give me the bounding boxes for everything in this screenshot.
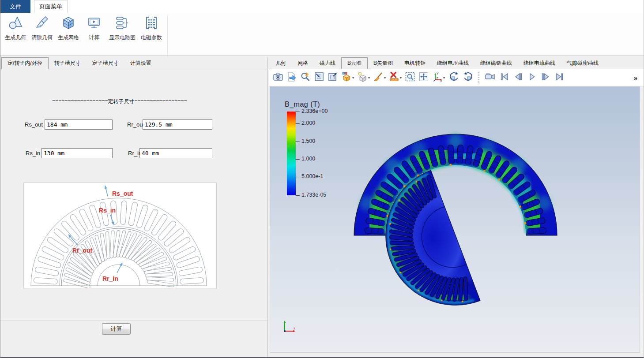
toolbar-button-axes-orientation[interactable]: YZX▾ [431, 71, 446, 85]
view-cube-icon [341, 71, 352, 84]
broom-icon [373, 71, 384, 84]
svg-text:X: X [440, 79, 442, 82]
generate-geometry-icon [8, 15, 23, 32]
panel-separator [0, 320, 267, 321]
ribbon: 生成几何 清除几何 生成网格 计算 显示电路图 电磁参数 [0, 13, 644, 56]
left-panel-tab[interactable]: 定/转子内/外径 [1, 57, 49, 69]
ribbon-button-em-parameters[interactable]: 电磁参数 [138, 14, 165, 42]
result-view-tab[interactable]: B矢量图 [368, 57, 399, 69]
result-view-tab[interactable]: 磁力线 [314, 57, 341, 69]
diagram-label-rs-out: Rs_out [112, 190, 133, 197]
left-panel-tab[interactable]: 计算设置 [124, 57, 157, 69]
ribbon-button-label: 电磁参数 [141, 34, 162, 41]
tab-page-menu[interactable]: 页面菜单 [34, 0, 68, 13]
toolbar-button-zoom-in-box[interactable] [313, 71, 326, 85]
ribbon-button-label: 生成网格 [58, 34, 79, 41]
result-view-tab[interactable]: 绕组电流曲线 [518, 57, 561, 69]
result-view-tab[interactable]: 几何 [270, 57, 292, 69]
field-label-rs_in: Rs_in [26, 150, 40, 157]
toolbar-more-chevron[interactable]: » [634, 74, 637, 82]
toolbar-button-next-frame[interactable] [539, 71, 552, 85]
toolbar-separator [478, 72, 481, 83]
toolbar-button-broom[interactable]: ▾ [372, 71, 387, 85]
left-panel-tab[interactable]: 转子槽尺寸 [49, 57, 87, 69]
ribbon-button-clear-geometry[interactable]: 清除几何 [29, 14, 55, 42]
toolbar-button-pan[interactable] [417, 71, 430, 85]
field-label-rs_out: Rs_out [25, 121, 43, 128]
3d-viewport[interactable]: B_mag (T) 2.336e+002.0001.5001.0005.000e… [270, 86, 640, 353]
toolbar-button-rotate-cw[interactable] [461, 71, 475, 85]
zoom-in-box-icon [314, 71, 324, 84]
toolbar-button-export-image[interactable] [285, 71, 298, 85]
result-view-tab[interactable]: 绕组磁链曲线 [475, 57, 518, 69]
calculate-button[interactable]: 计算 [102, 323, 131, 335]
ribbon-button-label: 计算 [89, 34, 99, 41]
axes-orientation-icon: YZX [432, 71, 443, 84]
zoom-window-icon [405, 71, 415, 84]
animation-camera-icon [485, 71, 496, 84]
toolbar-button-first-frame[interactable] [498, 71, 511, 85]
toolbar-button-rotate-ccw[interactable] [447, 71, 461, 85]
legend-title: B_mag (T) [285, 101, 351, 108]
result-view-tab[interactable]: B云图 [341, 57, 368, 69]
ribbon-button-label: 清除几何 [31, 34, 53, 41]
result-view-tab[interactable]: 网格 [292, 57, 314, 69]
toolbar-button-view-cube[interactable]: ▾ [340, 71, 355, 85]
tab-file[interactable]: 文件 [0, 0, 30, 13]
diagram-label-rs-in: Rs_in [99, 207, 116, 214]
prev-frame-icon [513, 71, 523, 84]
ribbon-button-show-circuit[interactable]: 显示电路图 [106, 14, 138, 42]
zoom-flash-icon [300, 71, 311, 84]
result-view-tab[interactable]: 气隙磁密曲线 [561, 57, 604, 69]
toolbar-button-zoom-flash[interactable] [299, 71, 312, 85]
toolbar-button-last-frame[interactable] [553, 71, 566, 85]
diagram-label-rr-in: Rr_in [102, 275, 118, 282]
field-input-rr_in[interactable] [139, 148, 212, 158]
play-icon [527, 71, 537, 84]
toolbar-button-camera[interactable] [271, 71, 285, 85]
toolbar-button-prev-frame[interactable] [512, 71, 525, 85]
svg-text:x: x [294, 327, 295, 330]
result-view-tab[interactable]: 电机转矩 [399, 57, 431, 69]
dropdown-caret-icon: ▾ [443, 76, 445, 80]
first-frame-icon [499, 71, 510, 84]
toolbar-button-animation-camera[interactable] [483, 71, 497, 85]
zoom-out-box-icon [328, 71, 338, 84]
left-panel-tab[interactable]: 定子槽尺寸 [87, 57, 124, 69]
clear-geometry-icon [34, 15, 49, 32]
result-view-tab[interactable]: 绕组电压曲线 [431, 57, 475, 69]
color-legend: B_mag (T) 2.336e+002.0001.5001.0005.000e… [285, 101, 351, 108]
results-panel: 几何网格磁力线B云图B矢量图电机转矩绕组电压曲线绕组磁链曲线绕组电流曲线气隙磁密… [269, 57, 644, 358]
result-view-tabs: 几何网格磁力线B云图B矢量图电机转矩绕组电压曲线绕组磁链曲线绕组电流曲线气隙磁密… [269, 57, 644, 69]
ribbon-button-label: 生成几何 [5, 34, 26, 41]
ribbon-button-group: 生成几何 清除几何 生成网格 计算 显示电路图 电磁参数 [2, 14, 165, 42]
toolbar-button-light-cube[interactable]: ▾ [356, 71, 371, 85]
ribbon-button-generate-mesh[interactable]: 生成网格 [55, 14, 82, 42]
diagram-label-rr-out: Rr_out [72, 247, 92, 254]
b-field-contour-plot [270, 87, 640, 353]
export-image-icon [286, 71, 297, 84]
ribbon-button-compute[interactable]: 计算 [82, 14, 106, 42]
toolbar-button-play[interactable] [525, 71, 539, 85]
svg-text:Y: Y [437, 72, 439, 75]
toolbar-button-delete-measure[interactable]: ▾ [388, 71, 403, 85]
field-input-rr_out[interactable] [143, 119, 212, 130]
app-window: 文件 页面菜单 生成几何 清除几何 生成网格 计算 显示电路图 电磁参数 定/转… [0, 0, 644, 358]
camera-icon [273, 71, 283, 84]
next-frame-icon [540, 71, 551, 84]
legend-colorbar [287, 112, 296, 195]
left-panel-tabs: 定/转子内/外径转子槽尺寸定子槽尺寸计算设置 [0, 57, 267, 69]
field-label-rr_out: Rr_out [127, 121, 144, 128]
dropdown-caret-icon: ▾ [400, 76, 402, 80]
main-area: 定/转子内/外径转子槽尺寸定子槽尺寸计算设置 =================… [0, 57, 644, 358]
orientation-axes: x [281, 319, 298, 335]
ribbon-button-generate-geometry[interactable]: 生成几何 [2, 14, 29, 42]
field-input-rs_out[interactable] [45, 119, 113, 130]
rotate-cw-icon [463, 71, 474, 84]
toolbar-button-zoom-out-box[interactable] [326, 71, 339, 85]
field-input-rs_in[interactable] [41, 148, 113, 158]
toolbar-button-zoom-window[interactable] [403, 71, 417, 85]
top-tab-strip: 文件 页面菜单 [0, 0, 644, 13]
dropdown-caret-icon: ▾ [384, 76, 386, 80]
motor-dimension-diagram: Rs_outRs_inRr_outRr_in [23, 183, 217, 288]
